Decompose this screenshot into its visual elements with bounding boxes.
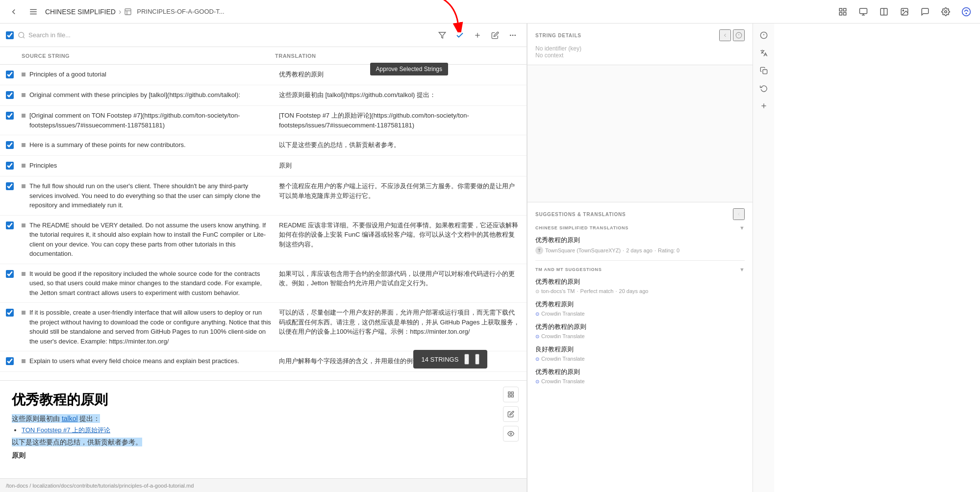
search-input[interactable] (28, 31, 126, 39)
crowdin-button[interactable] (958, 4, 974, 20)
table-header: SOURCE STRING TRANSLATION (0, 47, 527, 65)
source-text: If it is possible, create a user-friendl… (29, 308, 279, 346)
strings-list: Principles of a good tutorial 优秀教程的原则 Or… (0, 65, 527, 380)
suggestion-time: 2 days ago (626, 247, 653, 253)
monitor-button[interactable] (855, 4, 871, 20)
grid-tool-button[interactable] (503, 387, 519, 402)
back-button[interactable] (6, 4, 22, 20)
split-view-button[interactable] (876, 4, 892, 20)
crowdin-icon: ⊙ (535, 356, 539, 362)
cs-translations-header[interactable]: CHINESE SIMPLIFIED TRANSLATIONS ▼ (535, 225, 745, 231)
tm-dot: · (577, 288, 578, 294)
row-checkbox[interactable] (6, 221, 14, 229)
file-name[interactable]: PRINCIPLES-OF-A-GOOD-T... (137, 8, 224, 15)
preview-panel: 优秀教程的原则 这些原则最初由 talkol 提出： TON Footstep … (0, 380, 527, 478)
row-checkbox[interactable] (6, 357, 14, 365)
sidebar-info-icon[interactable] (756, 27, 772, 43)
tm-dot2: · (615, 288, 617, 294)
edit-button[interactable] (487, 27, 503, 43)
svg-point-27 (512, 34, 514, 36)
preview-line3: 以下是这些要点的总结，供新贡献者参考。 (12, 437, 515, 447)
search-icon (18, 31, 25, 39)
table-row[interactable]: It would be good if the repository inclu… (0, 264, 527, 303)
row-checkbox[interactable] (6, 162, 14, 170)
row-checkbox[interactable] (6, 270, 14, 278)
suggestion-item: 优秀教程的原则 ⊙ Crowdin Translate (535, 368, 745, 384)
approve-button[interactable] (452, 27, 468, 43)
grid-view-button[interactable] (835, 4, 851, 20)
table-row[interactable]: [Original comment on TON Footstep #7](ht… (0, 106, 527, 135)
suggestion-meta: ⊙ Crowdin Translate (535, 333, 745, 339)
select-all-checkbox[interactable] (6, 31, 14, 39)
row-checkbox[interactable] (6, 141, 14, 149)
source-text: [Original comment on TON Footstep #7](ht… (29, 111, 279, 130)
preview-tools (503, 387, 519, 442)
chat-button[interactable] (917, 4, 933, 20)
strings-count: 14 STRINGS (421, 356, 458, 363)
status-dot (22, 311, 25, 315)
translation-text: 可以的话，尽量创建一个用户友好的界面，允许用户部署或运行项目，而无需下载代码或配… (279, 308, 521, 337)
details-collapse-button[interactable] (719, 29, 731, 41)
table-row[interactable]: If it is possible, create a user-friendl… (0, 303, 527, 351)
svg-rect-7 (844, 8, 846, 11)
svg-point-16 (903, 10, 904, 11)
source-text: Explain to users what every field choice… (29, 356, 279, 366)
suggestion-meta: ⊙ Crowdin Translate (535, 356, 745, 362)
string-details-title: STRING DETAILS (535, 33, 581, 38)
tm-section-header[interactable]: TM AND MT SUGGESTIONS ▼ (535, 267, 745, 272)
settings-button[interactable] (938, 4, 954, 20)
sidebar-copy-icon[interactable] (756, 63, 772, 78)
menu-button[interactable] (25, 4, 41, 20)
source-text: It would be good if the repository inclu… (29, 269, 279, 298)
filter-button[interactable] (434, 27, 450, 43)
suggestions-section-header[interactable]: SUGGESTIONS & TRANSLATIONS (535, 208, 745, 220)
svg-rect-31 (508, 395, 510, 397)
next-string-button[interactable]: › (475, 354, 479, 365)
table-row[interactable]: The full flow should run on the user's c… (0, 176, 527, 216)
avatar: T (535, 246, 543, 254)
row-checkbox[interactable] (6, 182, 14, 190)
suggestion-item: 优秀教程的原则 T TownSquare (TownSquareXYZ) · 2… (535, 236, 745, 254)
suggestion-rating: Rating: 0 (658, 247, 679, 253)
image-button[interactable] (897, 4, 912, 20)
translation-text: 如果可以，库应该包含用于合约的全部源代码，以便用户可以对标准代码进行小的更改。例… (279, 269, 521, 288)
details-info-button[interactable] (733, 29, 745, 41)
status-dot (22, 223, 25, 227)
table-row[interactable]: Principles 原则 (0, 156, 527, 176)
eye-tool-button[interactable] (503, 426, 519, 442)
status-dot (22, 359, 25, 363)
toolbar-right: Approve Selected Strings (434, 27, 521, 43)
suggestion-text: 良好教程原则 (535, 345, 745, 354)
suggestion-item: 优秀教程的原则 ⊙ ton-docs's TM · Perfect match … (535, 277, 745, 294)
table-row[interactable]: The README should be VERY detailed. Do n… (0, 216, 527, 264)
table-row[interactable]: Here is a summary of these points for ne… (0, 135, 527, 156)
sidebar-translate-icon[interactable] (756, 45, 772, 61)
row-checkbox[interactable] (6, 112, 14, 120)
sidebar-history-icon[interactable] (756, 80, 772, 96)
suggestion-meta: ⊙ ton-docs's TM · Perfect match · 20 day… (535, 288, 745, 294)
prev-string-button[interactable]: ‹ (464, 354, 469, 365)
edit-tool-button[interactable] (503, 406, 519, 422)
tm-toggle-icon: ▼ (739, 267, 745, 272)
preview-footstep-link[interactable]: TON Footstep #7 上的原始评论 (22, 426, 110, 434)
preview-title: 优秀教程的原则 (12, 391, 515, 409)
suggestions-collapse-button[interactable] (733, 208, 745, 220)
table-row[interactable]: Original comment with these principles b… (0, 85, 527, 106)
status-dot (22, 73, 25, 76)
suggestion-meta: T TownSquare (TownSquareXYZ) · 2 days ag… (535, 246, 745, 254)
tm-title: TM AND MT SUGGESTIONS (535, 267, 602, 272)
more-button[interactable] (505, 27, 521, 43)
add-translation-button[interactable] (470, 27, 485, 43)
project-name[interactable]: CHINESE SIMPLIFIED (45, 8, 116, 16)
status-dot (22, 93, 25, 97)
file-path-bar: /ton-docs / localization/docs/contribute… (0, 478, 527, 492)
row-checkbox[interactable] (6, 71, 14, 78)
row-checkbox[interactable] (6, 91, 14, 99)
svg-point-26 (510, 34, 511, 36)
sidebar-add-icon[interactable] (756, 98, 772, 114)
top-bar-right (835, 4, 974, 20)
suggestions-title: SUGGESTIONS & TRANSLATIONS (535, 212, 626, 217)
approve-tooltip: Approve Selected Strings (370, 63, 448, 75)
row-checkbox[interactable] (6, 309, 14, 317)
preview-talkol-link[interactable]: talkol (62, 415, 78, 422)
